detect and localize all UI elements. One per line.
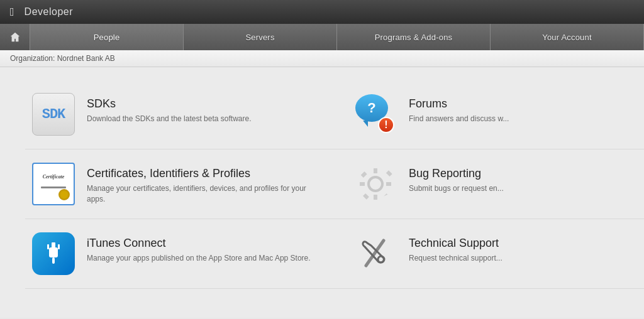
tech-desc: Request technical support...: [409, 253, 502, 264]
left-column: SDK SDKs Download the SDKs and the lates…: [25, 80, 335, 305]
forums-desc: Find answers and discuss w...: [409, 114, 509, 124]
bug-reporting-card[interactable]: Bug Reporting Submit bugs or request en.…: [335, 149, 644, 219]
tech-support-card[interactable]: Technical Support Request technical supp…: [335, 219, 644, 289]
nav-programs[interactable]: Programs & Add-ons: [337, 24, 491, 50]
sdk-card[interactable]: SDK SDKs Download the SDKs and the lates…: [25, 80, 335, 149]
itunes-icon: [31, 232, 75, 276]
itunes-card[interactable]: iTunes Connect Manage your apps publishe…: [25, 219, 335, 289]
bug-desc: Submit bugs or request en...: [409, 183, 504, 194]
nav-servers[interactable]: Servers: [184, 24, 337, 50]
itunes-title: iTunes Connect: [87, 237, 311, 250]
svg-rect-4: [58, 244, 60, 249]
sdk-desc: Download the SDKs and the latest beta so…: [87, 114, 252, 124]
org-text: Organization: Nordnet Bank AB: [10, 54, 115, 63]
svg-point-6: [378, 256, 384, 262]
nav-bar: People Servers Programs & Add-ons Your A…: [0, 24, 644, 50]
nav-account[interactable]: Your Account: [491, 24, 644, 50]
cert-title: Certificates, Identifiers & Profiles: [87, 167, 322, 180]
main-content: SDK SDKs Download the SDKs and the lates…: [0, 67, 644, 318]
nav-people[interactable]: People: [30, 24, 184, 50]
top-bar:  Developer: [0, 0, 644, 24]
right-column: ? ! Forums Find answers and discuss w...: [335, 80, 644, 305]
home-button[interactable]: [0, 24, 30, 50]
svg-rect-1: [49, 247, 58, 257]
svg-rect-3: [47, 244, 49, 249]
cert-desc: Manage your certificates, identifiers, d…: [87, 183, 322, 205]
forums-card[interactable]: ? ! Forums Find answers and discuss w...: [335, 80, 644, 149]
org-bar: Organization: Nordnet Bank AB: [0, 50, 644, 67]
app-title: Developer: [25, 6, 73, 18]
forums-title: Forums: [409, 97, 509, 111]
sdk-title: SDKs: [87, 97, 252, 111]
bug-title: Bug Reporting: [409, 167, 504, 180]
certificates-card[interactable]: Certificate Certificates, Identifiers & …: [25, 149, 335, 219]
itunes-desc: Manage your apps published on the App St…: [87, 253, 311, 264]
certificate-icon: Certificate: [31, 162, 75, 206]
forums-icon: ? !: [353, 92, 397, 136]
apple-logo-icon: : [10, 6, 14, 18]
svg-rect-2: [52, 257, 55, 264]
bug-reporting-icon: [353, 162, 397, 206]
sdk-icon: SDK: [31, 92, 75, 136]
tech-support-icon: [353, 232, 397, 276]
tech-title: Technical Support: [409, 237, 502, 250]
